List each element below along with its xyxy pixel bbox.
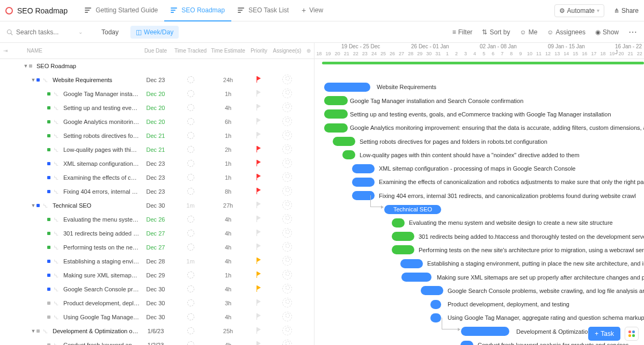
gantt-bar[interactable] <box>430 313 441 322</box>
track-cell[interactable] <box>172 76 209 84</box>
track-cell[interactable] <box>172 146 209 154</box>
show-button[interactable]: ◉Show <box>595 28 619 36</box>
priority-cell[interactable] <box>247 118 271 126</box>
gantt-bar[interactable] <box>421 286 443 295</box>
estimate-cell[interactable]: 4h <box>209 105 247 111</box>
estimate-cell[interactable]: 4h <box>209 244 247 251</box>
task-row[interactable]: Setting up and testing event...Dec 204h <box>0 101 314 115</box>
automate-button[interactable]: ⚙ Automate ▾ <box>554 4 604 17</box>
assignee-cell[interactable] <box>271 75 303 85</box>
track-cell[interactable] <box>172 104 209 112</box>
due-cell[interactable]: Dec 28 <box>140 258 172 265</box>
parent-row[interactable]: ▼Website RequirementsDec 2324h <box>0 73 314 87</box>
assignee-cell[interactable] <box>271 298 303 309</box>
due-cell[interactable]: Dec 23 <box>140 77 172 83</box>
due-cell[interactable]: Dec 29 <box>140 272 172 278</box>
priority-cell[interactable] <box>247 188 271 195</box>
assignee-cell[interactable] <box>271 89 303 99</box>
priority-cell[interactable] <box>247 299 271 307</box>
due-cell[interactable]: Dec 30 <box>140 286 172 292</box>
priority-cell[interactable] <box>247 258 271 265</box>
priority-cell[interactable] <box>247 313 271 321</box>
priority-cell[interactable] <box>247 174 271 181</box>
task-row[interactable]: Fixing 404 errors, internal 30...Dec 238… <box>0 185 314 199</box>
task-row[interactable]: Evaluating the menu system ...Dec 264h <box>0 212 314 226</box>
toggle-icon[interactable]: ▼ <box>30 203 36 208</box>
assignee-cell[interactable] <box>271 144 303 155</box>
due-cell[interactable]: Dec 30 <box>140 202 172 209</box>
assignee-cell[interactable] <box>271 172 303 183</box>
due-cell[interactable]: Dec 23 <box>140 174 172 181</box>
estimate-cell[interactable]: 1h <box>209 272 247 278</box>
tab-getting-started-guide[interactable]: Getting Started Guide <box>78 0 164 21</box>
task-row[interactable]: Making sure XML sitemaps a...Dec 291h <box>0 268 314 282</box>
priority-cell[interactable] <box>247 216 271 223</box>
more-menu[interactable]: ⋯ <box>628 27 638 37</box>
today-button[interactable]: Today <box>97 26 123 38</box>
new-task-button[interactable]: +Task <box>588 327 620 341</box>
track-cell[interactable] <box>172 341 209 346</box>
due-cell[interactable]: Dec 23 <box>140 160 172 167</box>
track-cell[interactable] <box>172 188 209 196</box>
share-button[interactable]: ⋔ Share <box>614 7 639 14</box>
toggle-icon[interactable]: ▼ <box>30 328 36 334</box>
toggle-icon[interactable]: ▼ <box>30 77 36 83</box>
estimate-cell[interactable]: 8h <box>209 188 247 195</box>
assignee-cell[interactable] <box>271 186 303 197</box>
apps-button[interactable] <box>625 327 639 341</box>
track-cell[interactable] <box>172 271 209 280</box>
priority-cell[interactable] <box>247 327 271 335</box>
track-cell[interactable] <box>172 230 209 238</box>
assignee-cell[interactable] <box>271 158 303 169</box>
track-cell[interactable] <box>172 132 209 140</box>
priority-cell[interactable] <box>247 230 271 237</box>
priority-cell[interactable] <box>247 132 271 140</box>
task-row[interactable]: XML sitemap configuration -...Dec 231h <box>0 157 314 171</box>
task-row[interactable]: Google Analytics monitoring...Dec 206h <box>0 115 314 129</box>
task-row[interactable]: Setting robots directives for ...Dec 211… <box>0 129 314 143</box>
gantt-bar[interactable] <box>401 273 431 282</box>
assignees-button[interactable]: ☺Assignees <box>547 28 586 36</box>
sortby-button[interactable]: ⇅Sort by <box>482 28 510 36</box>
priority-cell[interactable] <box>247 90 271 98</box>
task-row[interactable]: Performing tests on the new ...Dec 274h <box>0 240 314 254</box>
filter-button[interactable]: ≡Filter <box>452 28 473 36</box>
assignee-cell[interactable] <box>271 340 303 345</box>
estimate-cell[interactable]: 2h <box>209 146 247 153</box>
add-column-icon[interactable]: ⊕ <box>303 48 314 54</box>
estimate-cell[interactable]: 4h <box>209 216 247 223</box>
task-row[interactable]: 301 redirects being added to...Dec 274h <box>0 226 314 240</box>
track-cell[interactable] <box>172 216 209 224</box>
task-row[interactable]: Using Google Tag Manager, ...Dec 304h <box>0 310 314 324</box>
due-cell[interactable]: Dec 30 <box>140 300 172 306</box>
gantt-bar[interactable] <box>461 327 509 336</box>
track-cell[interactable] <box>172 174 209 182</box>
tab-seo-task-list[interactable]: SEO Task List <box>231 0 295 21</box>
assignee-cell[interactable] <box>271 214 303 225</box>
gantt-bar[interactable] <box>324 109 348 119</box>
gantt-bar[interactable] <box>352 164 375 173</box>
assignee-cell[interactable] <box>271 284 303 295</box>
estimate-cell[interactable]: 4h <box>209 286 247 292</box>
add-view-tab[interactable]: +View <box>295 0 330 21</box>
due-cell[interactable]: Dec 27 <box>140 244 172 251</box>
track-cell[interactable] <box>172 244 209 252</box>
priority-cell[interactable] <box>247 76 271 84</box>
estimate-cell[interactable]: 24h <box>209 77 247 83</box>
due-cell[interactable]: Dec 21 <box>140 133 172 139</box>
due-cell[interactable]: Dec 20 <box>140 119 172 125</box>
due-cell[interactable]: Dec 20 <box>140 91 172 97</box>
track-cell[interactable]: 1m <box>172 258 209 265</box>
collapse-all-icon[interactable]: ⇥ <box>0 48 11 54</box>
gantt-bar[interactable] <box>392 245 414 254</box>
assignee-cell[interactable] <box>271 270 303 281</box>
weekday-toggle[interactable]: ◫ Week/Day <box>130 26 179 39</box>
estimate-cell[interactable]: 4h <box>209 314 247 320</box>
assignee-cell[interactable] <box>271 326 303 336</box>
assignee-cell[interactable] <box>271 256 303 267</box>
task-row[interactable]: Establishing a staging enviro...Dec 281m… <box>0 254 314 268</box>
assignee-cell[interactable] <box>271 130 303 141</box>
task-row[interactable]: Product development, deplo...Dec 303h <box>0 296 314 310</box>
estimate-cell[interactable]: 1h <box>209 133 247 139</box>
due-cell[interactable]: Dec 27 <box>140 230 172 237</box>
